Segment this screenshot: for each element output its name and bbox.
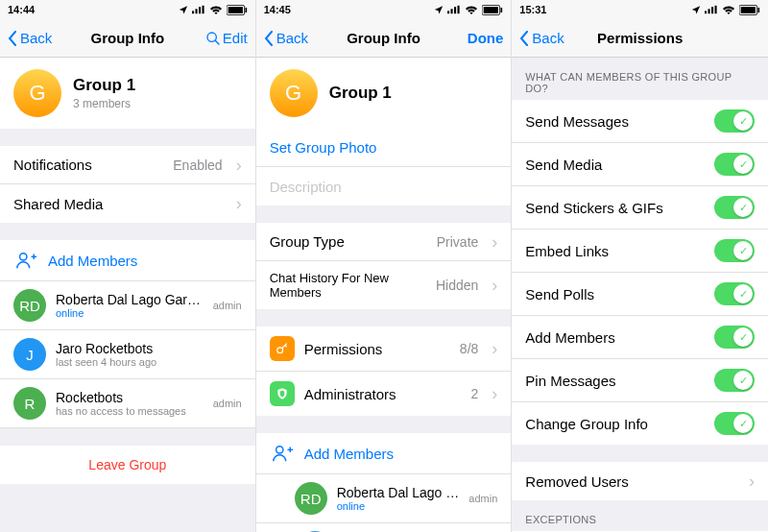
member-status: online: [337, 500, 460, 512]
member-row[interactable]: RD Roberta Dal Lago Garcia online admin: [256, 474, 512, 523]
back-button[interactable]: Back: [8, 30, 65, 46]
cell-value: 8/8: [460, 341, 478, 356]
back-button[interactable]: Back: [264, 30, 322, 46]
svg-rect-24: [708, 9, 709, 13]
wifi-icon: [209, 5, 223, 14]
screen-group-info-edit: 14:45 Back Group Info Done G: [256, 0, 513, 532]
chevron-right-icon: ›: [492, 385, 497, 402]
content: G Group 1 3 members Notifications Enable…: [0, 58, 255, 532]
chat-history-row[interactable]: Chat History For New Members Hidden ›: [256, 261, 512, 309]
svg-rect-17: [484, 7, 498, 13]
administrators-row[interactable]: Administrators 2 ›: [256, 372, 512, 416]
cell-label: Shared Media: [13, 196, 227, 212]
toggle[interactable]: ✓: [714, 412, 755, 435]
member-name: Jaro Rocketbots: [56, 341, 242, 356]
perm-send-polls: Send Polls ✓: [512, 273, 768, 316]
svg-rect-1: [195, 9, 197, 13]
signal-icon: [192, 5, 205, 14]
cell-label: Permissions: [304, 341, 450, 357]
cell-label: Group Type: [270, 233, 427, 250]
perm-embed-links: Embed Links ✓: [512, 230, 768, 273]
svg-rect-2: [199, 7, 201, 13]
svg-rect-14: [454, 7, 456, 13]
add-members-row[interactable]: Add Members: [0, 240, 255, 281]
leave-group-button[interactable]: Leave Group: [0, 446, 255, 484]
perm-send-stickers: Send Stickers & GIFs ✓: [512, 186, 768, 230]
perm-send-media: Send Media ✓: [512, 143, 768, 186]
svg-point-9: [20, 254, 27, 260]
group-type-row[interactable]: Group Type Private ›: [256, 223, 512, 261]
toggle[interactable]: ✓: [714, 109, 755, 133]
key-icon: [270, 336, 295, 361]
toggle[interactable]: ✓: [714, 326, 755, 349]
member-status: last seen 4 hours ago: [56, 356, 242, 368]
member-avatar: RD: [295, 482, 327, 515]
location-icon: [179, 5, 188, 14]
description-input[interactable]: Description: [256, 167, 512, 206]
shared-media-row[interactable]: Shared Media ›: [0, 184, 255, 223]
member-avatar: J: [13, 338, 46, 371]
toggle[interactable]: ✓: [714, 369, 755, 392]
removed-users-row[interactable]: Removed Users ›: [512, 462, 768, 500]
group-name-input[interactable]: Group 1: [329, 84, 392, 103]
permissions-row[interactable]: Permissions 8/8 ›: [256, 326, 512, 372]
group-header: G Group 1: [256, 58, 512, 129]
svg-rect-6: [245, 7, 247, 12]
chevron-left-icon: [8, 31, 17, 46]
add-members-row[interactable]: Add Members: [256, 433, 512, 474]
svg-rect-28: [741, 7, 756, 13]
back-button[interactable]: Back: [519, 30, 577, 46]
status-bar: 14:44: [0, 0, 255, 19]
admin-badge: admin: [213, 398, 242, 409]
set-group-photo-button[interactable]: Set Group Photo: [256, 129, 512, 167]
shield-icon: [270, 381, 295, 406]
group-avatar: G: [13, 69, 61, 117]
edit-button[interactable]: Edit: [190, 30, 248, 46]
content: What can members of this group do? Send …: [512, 58, 768, 532]
member-row[interactable]: RD Roberta Dal Lago Garcia online admin: [0, 281, 255, 330]
chevron-right-icon: ›: [236, 157, 242, 174]
cell-label: Notifications: [13, 157, 163, 173]
svg-rect-5: [228, 7, 242, 13]
toggle[interactable]: ✓: [714, 239, 755, 262]
svg-rect-25: [711, 7, 713, 13]
svg-rect-23: [705, 11, 707, 13]
svg-rect-3: [202, 6, 204, 13]
notifications-row[interactable]: Notifications Enabled ›: [0, 146, 255, 184]
nav-bar: Back Permissions: [512, 19, 768, 58]
chevron-right-icon: ›: [236, 195, 242, 212]
chevron-right-icon: ›: [749, 472, 755, 490]
svg-rect-0: [192, 11, 194, 13]
status-time: 14:44: [8, 4, 35, 15]
cell-value: Enabled: [173, 157, 222, 173]
group-name: Group 1: [73, 76, 135, 95]
toggle[interactable]: ✓: [714, 196, 755, 219]
battery-icon: [482, 5, 503, 15]
group-avatar: G: [270, 69, 318, 117]
member-avatar: R: [13, 387, 46, 420]
perm-pin-messages: Pin Messages ✓: [512, 359, 768, 402]
member-status: has no access to messages: [56, 405, 204, 417]
description-placeholder: Description: [270, 179, 498, 195]
admin-badge: admin: [468, 493, 497, 504]
toggle[interactable]: ✓: [714, 153, 755, 176]
done-button[interactable]: Done: [445, 30, 503, 46]
cell-label: Administrators: [304, 386, 462, 402]
chevron-right-icon: ›: [492, 340, 497, 357]
search-icon[interactable]: [205, 31, 221, 46]
screen-group-info-view: 14:44 Back Group Info Edit G: [0, 0, 256, 532]
signal-icon: [705, 5, 718, 14]
member-row[interactable]: R Rocketbots has no access to messages a…: [0, 379, 255, 428]
battery-icon: [739, 5, 760, 15]
status-time: 14:45: [264, 4, 291, 15]
toggle[interactable]: ✓: [714, 282, 755, 305]
group-header: G Group 1 3 members: [0, 58, 255, 129]
set-photo-label: Set Group Photo: [270, 139, 498, 156]
admin-badge: admin: [213, 300, 242, 311]
cell-value: Hidden: [436, 278, 478, 293]
member-avatar: RD: [13, 289, 46, 322]
member-row[interactable]: J Jaro Rocketbots last seen 4 hours ago: [256, 523, 512, 532]
member-row[interactable]: J Jaro Rocketbots last seen 4 hours ago: [0, 330, 255, 379]
signal-icon: [447, 5, 461, 14]
back-label: Back: [276, 30, 308, 46]
